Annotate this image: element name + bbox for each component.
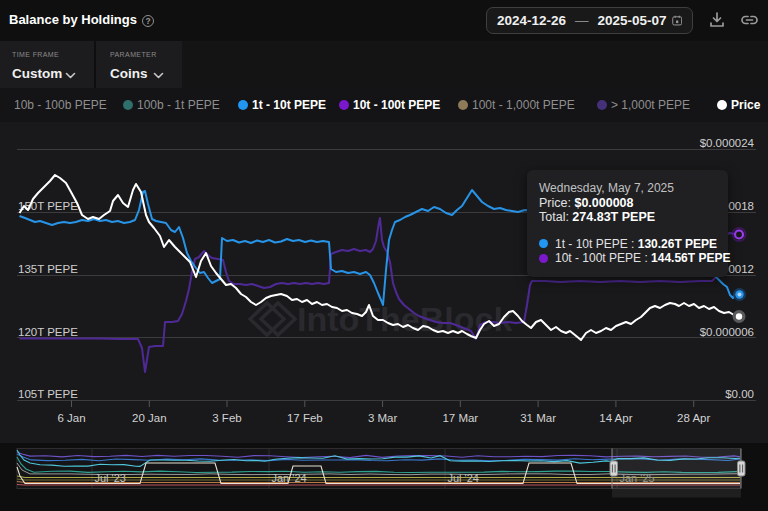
svg-text:135T PEPE: 135T PEPE: [18, 263, 78, 275]
svg-text:120T PEPE: 120T PEPE: [18, 326, 78, 338]
svg-text:Jan '24: Jan '24: [272, 472, 307, 484]
svg-text:31 Mar: 31 Mar: [520, 412, 556, 424]
svg-text:$0.000024: $0.000024: [700, 137, 755, 149]
svg-text:Jul '24: Jul '24: [448, 472, 479, 484]
svg-text:20 Jan: 20 Jan: [132, 412, 167, 424]
svg-text:$0.00: $0.00: [725, 388, 754, 400]
svg-text:Jul '23: Jul '23: [95, 472, 126, 484]
svg-text:$0.000006: $0.000006: [700, 326, 754, 338]
svg-text:28 Apr: 28 Apr: [677, 412, 710, 424]
svg-text:17 Mar: 17 Mar: [442, 412, 478, 424]
svg-text:17 Feb: 17 Feb: [287, 412, 323, 424]
svg-text:6 Jan: 6 Jan: [57, 412, 85, 424]
svg-text:14 Apr: 14 Apr: [599, 412, 632, 424]
svg-text:105T PEPE: 105T PEPE: [18, 388, 78, 400]
svg-text:3 Feb: 3 Feb: [212, 412, 241, 424]
svg-text:3 Mar: 3 Mar: [368, 412, 398, 424]
